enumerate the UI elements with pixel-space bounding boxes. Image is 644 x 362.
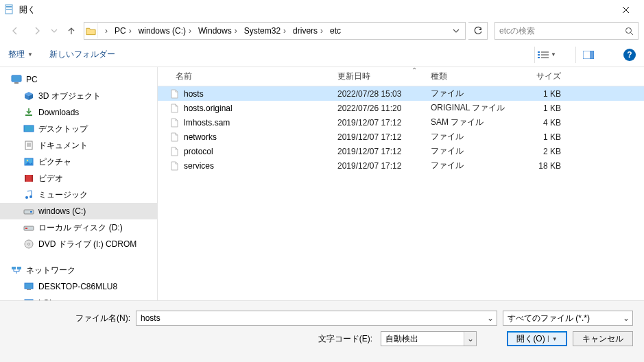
svg-rect-2 xyxy=(6,8,12,8)
svg-point-34 xyxy=(28,243,30,245)
table-row[interactable]: protocol2019/12/07 17:12ファイル2 KB xyxy=(158,144,644,158)
file-date: 2022/07/28 15:03 xyxy=(337,89,431,99)
col-type[interactable]: 種類 xyxy=(431,71,513,82)
new-folder-button[interactable]: 新しいフォルダー xyxy=(49,49,115,60)
refresh-button[interactable] xyxy=(468,22,488,40)
file-name: services xyxy=(184,161,214,171)
computer-icon xyxy=(23,281,34,292)
nav-forward[interactable] xyxy=(27,21,47,40)
svg-rect-40 xyxy=(25,300,33,300)
window-title: 開く xyxy=(19,4,610,16)
picture-icon xyxy=(23,156,34,167)
filename-label: ファイル名(N): xyxy=(0,313,130,324)
svg-rect-7 xyxy=(541,51,549,53)
crumb-etc[interactable]: etc xyxy=(326,23,344,39)
toolbar: 整理▼ 新しいフォルダー ▼ ? xyxy=(0,43,644,67)
preview-pane-button[interactable] xyxy=(575,47,600,63)
svg-rect-14 xyxy=(12,75,21,82)
file-icon xyxy=(169,117,180,128)
nav-back[interactable] xyxy=(5,21,25,40)
svg-rect-13 xyxy=(590,51,594,59)
nav-up[interactable] xyxy=(62,21,81,40)
file-name: hosts xyxy=(184,89,204,99)
svg-rect-39 xyxy=(27,289,31,290)
sidebar-item-documents[interactable]: ドキュメント xyxy=(0,137,157,154)
sort-indicator-icon: ⌃ xyxy=(412,67,417,74)
sidebar-item-dvd[interactable]: DVD ドライブ (I:) CDROM xyxy=(0,236,157,252)
sidebar-item-c-drive[interactable]: windows (C:) xyxy=(0,203,157,219)
svg-rect-32 xyxy=(25,228,27,229)
document-icon xyxy=(23,140,34,151)
sidebar-item-d-drive[interactable]: ローカル ディスク (D:) xyxy=(0,219,157,236)
crumb-system32[interactable]: System32› xyxy=(240,23,289,39)
sidebar-item-pictures[interactable]: ピクチャ xyxy=(0,154,157,170)
download-icon xyxy=(23,107,34,118)
svg-rect-10 xyxy=(538,57,540,58)
breadcrumb[interactable]: › PC› windows (C:)› Windows› System32› d… xyxy=(84,22,466,40)
cube-icon xyxy=(23,90,34,101)
svg-point-27 xyxy=(25,196,28,199)
help-button[interactable]: ? xyxy=(623,49,636,61)
filetype-filter[interactable]: すべてのファイル (*.*) ⌄ xyxy=(503,311,633,326)
crumb-c[interactable]: windows (C:)› xyxy=(134,23,194,39)
svg-point-23 xyxy=(27,160,28,161)
col-size[interactable]: サイズ xyxy=(513,71,575,82)
chevron-down-icon[interactable]: ⌄ xyxy=(464,332,476,346)
sidebar-item-videos[interactable]: ビデオ xyxy=(0,170,157,186)
video-icon xyxy=(23,173,34,184)
open-button[interactable]: 開く(O) ▏▼ xyxy=(507,331,567,346)
file-type: ORIGINAL ファイル xyxy=(431,102,513,114)
file-area: ⌃ 名前 更新日時 種類 サイズ hosts2022/07/28 15:03ファ… xyxy=(158,67,644,300)
svg-rect-16 xyxy=(25,114,32,116)
file-size: 4 KB xyxy=(513,118,575,128)
sidebar-item-desktop[interactable]: デスクトップ xyxy=(0,121,157,137)
sidebar-item-net-desktop[interactable]: DESKTOP-C86MLU8 xyxy=(0,278,157,295)
crumb-drivers[interactable]: drivers› xyxy=(289,23,326,39)
search-icon xyxy=(625,27,634,36)
table-row[interactable]: lmhosts.sam2019/12/07 17:12SAM ファイル4 KB xyxy=(158,115,644,130)
svg-point-28 xyxy=(29,195,32,198)
svg-rect-30 xyxy=(30,211,32,213)
chevron-down-icon[interactable]: ⌄ xyxy=(484,311,497,325)
sidebar-item-pc[interactable]: PC xyxy=(0,71,157,88)
table-row[interactable]: services2019/12/07 17:12ファイル18 KB xyxy=(158,158,644,173)
file-size: 1 KB xyxy=(513,132,575,142)
app-icon xyxy=(4,4,15,15)
computer-icon xyxy=(23,298,34,300)
encoding-label: 文字コード(E): xyxy=(318,333,372,345)
breadcrumb-history[interactable] xyxy=(449,27,464,34)
file-size: 1 KB xyxy=(513,104,575,113)
svg-line-5 xyxy=(631,32,634,35)
file-name: lmhosts.sam xyxy=(184,118,230,128)
crumb-sep-root[interactable]: › xyxy=(98,23,110,39)
view-mode-button[interactable]: ▼ xyxy=(534,47,559,63)
organize-menu[interactable]: 整理▼ xyxy=(8,49,33,60)
close-button[interactable] xyxy=(610,0,641,19)
col-name[interactable]: 名前 xyxy=(169,71,337,82)
filename-input[interactable]: hosts ⌄ xyxy=(136,311,497,326)
crumb-windows[interactable]: Windows› xyxy=(194,23,240,39)
sidebar-item-downloads[interactable]: Downloads xyxy=(0,104,157,121)
file-type: ファイル xyxy=(431,160,513,171)
encoding-select[interactable]: 自動検出 ⌄ xyxy=(381,331,477,346)
sidebar-item-music[interactable]: ミュージック xyxy=(0,186,157,203)
desktop-icon xyxy=(23,123,34,134)
sidebar-item-3d[interactable]: 3D オブジェクト xyxy=(0,88,157,104)
svg-rect-38 xyxy=(25,283,33,289)
nav-recent[interactable] xyxy=(49,21,59,40)
sidebar-item-network[interactable]: ネットワーク xyxy=(0,262,157,278)
bottom-panel: ファイル名(N): hosts ⌄ すべてのファイル (*.*) ⌄ 文字コード… xyxy=(0,300,644,362)
cancel-button[interactable]: キャンセル xyxy=(573,331,633,346)
search-input[interactable]: etcの検索 xyxy=(494,22,639,40)
table-row[interactable]: networks2019/12/07 17:12ファイル1 KB xyxy=(158,130,644,144)
split-chevron-icon: ▏▼ xyxy=(548,336,558,342)
sidebar-item-net-lgl[interactable]: LGL xyxy=(0,295,157,300)
main: PC 3D オブジェクト Downloads デスクトップ ドキュメント ピクチ… xyxy=(0,67,644,300)
table-row[interactable]: hosts2022/07/28 15:03ファイル1 KB xyxy=(158,86,644,101)
chevron-down-icon[interactable]: ⌄ xyxy=(620,311,632,325)
navbar: › PC› windows (C:)› Windows› System32› d… xyxy=(0,19,644,43)
svg-point-4 xyxy=(626,27,632,33)
crumb-pc[interactable]: PC› xyxy=(110,23,134,39)
table-row[interactable]: hosts.original2022/07/26 11:20ORIGINAL フ… xyxy=(158,101,644,115)
file-name: networks xyxy=(184,132,217,142)
